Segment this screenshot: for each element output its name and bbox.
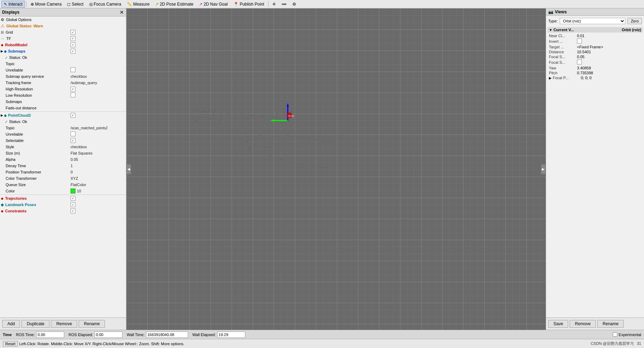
low-res-checkbox-cell[interactable] <box>69 93 125 98</box>
pointcloud2-checkbox-cell[interactable] <box>69 113 125 118</box>
collapse-left-arrow[interactable]: ◀ <box>126 164 131 175</box>
color-transformer-value: XYZ <box>69 176 125 180</box>
decay-time-row[interactable]: Decay Time 1 <box>0 163 126 169</box>
position-transformer-label: Position Transformer <box>5 170 69 174</box>
pointcloud2-checkbox[interactable] <box>71 113 75 118</box>
nav-goal-icon: ↗ <box>199 2 203 7</box>
submaps-arrow-icon[interactable]: ▶ <box>1 49 3 53</box>
rename-display-button[interactable]: Rename <box>79 320 105 328</box>
pointcloud2-row[interactable]: ▶ ◆ PointCloud2 <box>0 112 126 118</box>
current-view-type: Orbit (rviz) <box>622 28 641 32</box>
ros-time-input[interactable] <box>36 332 64 338</box>
constraints-checkbox[interactable] <box>71 209 75 213</box>
nav-goal-button[interactable]: ↗ 2D Nav Goal <box>197 1 230 8</box>
submaps-unreliable-checkbox-cell[interactable] <box>69 67 125 73</box>
selectable-checkbox[interactable] <box>71 138 75 143</box>
submaps-checkbox-cell[interactable] <box>69 49 125 54</box>
global-options-row[interactable]: ⚙ Global Options <box>0 16 126 23</box>
alpha-row[interactable]: Alpha 0.05 <box>0 156 126 163</box>
focus-camera-button[interactable]: ◎ Focus Camera <box>87 1 124 8</box>
grid-checkbox[interactable] <box>71 30 75 35</box>
color-transformer-row[interactable]: Color Transformer XYZ <box>0 175 126 182</box>
focal-s2-checkbox[interactable] <box>577 60 582 64</box>
color-row[interactable]: Color 10 <box>0 188 126 194</box>
selectable-row[interactable]: Selectable <box>0 137 126 144</box>
remove-view-button[interactable]: Remove <box>570 320 596 328</box>
experimental-checkbox[interactable] <box>613 332 617 337</box>
svg-point-26 <box>280 158 281 160</box>
high-res-checkbox-cell[interactable] <box>69 87 125 91</box>
low-res-checkbox[interactable] <box>71 93 75 97</box>
tracking-frame-row[interactable]: Tracking frame /submap_query <box>0 80 126 86</box>
submaps-sub-row[interactable]: Submaps <box>0 98 126 105</box>
submaps-unreliable-row[interactable]: Unreliable <box>0 67 126 73</box>
toolbar-cross-icon[interactable]: ✛ <box>270 1 278 8</box>
trajectories-checkbox[interactable] <box>71 196 75 201</box>
displays-close-button[interactable]: ✕ <box>120 9 124 15</box>
size-row[interactable]: Size (m) Flat Squares <box>0 150 126 156</box>
global-status-row[interactable]: ⚠ Global Status: Warn <box>0 23 126 29</box>
add-display-button[interactable]: Add <box>2 320 20 328</box>
landmark-poses-checkbox[interactable] <box>71 202 75 207</box>
submaps-checkbox[interactable] <box>71 49 75 54</box>
views-type-select[interactable]: Orbit (rviz) <box>560 18 625 24</box>
views-zero-button[interactable]: Zero <box>628 18 642 24</box>
toolbar-settings-icon[interactable]: ⚙ <box>290 1 299 8</box>
high-res-row[interactable]: High Resolution <box>0 86 126 92</box>
wall-time-input[interactable] <box>146 332 188 338</box>
trajectories-checkbox-cell[interactable] <box>69 196 125 201</box>
robotmodel-row[interactable]: ● RobotModel <box>0 42 126 48</box>
displays-content[interactable]: ⚙ Global Options ⚠ Global Status: Warn ⊞… <box>0 16 126 318</box>
submaps-row[interactable]: ▶ ◆ Submaps <box>0 48 126 54</box>
constraints-checkbox-cell[interactable] <box>69 209 125 213</box>
submaps-topic-row[interactable]: Topic <box>0 61 126 67</box>
color-value-cell[interactable]: 10 <box>69 189 125 193</box>
tf-checkbox-cell[interactable] <box>69 36 125 41</box>
save-view-button[interactable]: Save <box>548 320 568 328</box>
pc2-topic-row[interactable]: Topic /scan_matched_points2 <box>0 125 126 131</box>
selectable-checkbox-cell[interactable] <box>69 138 125 143</box>
pose-estimate-button[interactable]: ↗ 2D Pose Estimate <box>153 1 196 8</box>
status-hint: Left-Click: Rotate. Middle-Click: Move X… <box>19 342 185 346</box>
high-res-checkbox[interactable] <box>71 87 75 91</box>
submap-query-row[interactable]: Submap query service checkbox <box>0 73 126 80</box>
select-button[interactable]: ◻ Select <box>65 1 86 8</box>
low-res-row[interactable]: Low Resolution <box>0 92 126 98</box>
interact-button[interactable]: ↖ Interact <box>1 1 25 8</box>
wall-elapsed-input[interactable] <box>217 332 245 338</box>
tf-checkbox[interactable] <box>71 36 75 41</box>
pc2-unreliable-row[interactable]: Unreliable <box>0 131 126 137</box>
color-swatch[interactable] <box>71 189 75 193</box>
position-transformer-row[interactable]: Position Transformer 0 <box>0 169 126 175</box>
pc2-unreliable-checkbox[interactable] <box>71 131 75 136</box>
pc2-unreliable-checkbox-cell[interactable] <box>69 131 125 137</box>
pointcloud2-arrow-icon[interactable]: ▶ <box>1 114 3 117</box>
queue-size-row[interactable]: Queue Size FlatColor <box>0 182 126 188</box>
3d-viewport[interactable]: (0,0) ◀ ▶ <box>126 8 546 330</box>
grid-row[interactable]: ⊞ Grid <box>0 29 126 35</box>
focal-p-expand-icon[interactable]: ▶ <box>549 76 552 80</box>
measure-button[interactable]: 📏 Measure <box>124 1 152 8</box>
submaps-unreliable-checkbox[interactable] <box>71 67 75 72</box>
landmark-poses-checkbox-cell[interactable] <box>69 202 125 207</box>
grid-checkbox-cell[interactable] <box>69 30 125 35</box>
move-camera-button[interactable]: ⊕ Move Camera <box>28 1 64 8</box>
ros-elapsed-input[interactable] <box>94 332 122 338</box>
invert-checkbox[interactable] <box>577 39 582 43</box>
collapse-right-arrow[interactable]: ▶ <box>541 164 546 175</box>
current-view-expand-icon[interactable]: ▼ <box>549 28 552 32</box>
trajectories-row[interactable]: ● Trajectories <box>0 195 126 202</box>
tf-row[interactable]: ↔ TF <box>0 35 126 42</box>
reset-button[interactable]: Reset <box>3 341 18 347</box>
landmark-poses-row[interactable]: ◆ Landmark Poses <box>0 202 126 208</box>
robotmodel-checkbox[interactable] <box>71 42 75 47</box>
publish-point-button[interactable]: 📍 Publish Point <box>231 1 267 8</box>
fade-out-row[interactable]: Fade-out distance <box>0 105 126 111</box>
remove-display-button[interactable]: Remove <box>51 320 77 328</box>
style-row[interactable]: Style checkbox <box>0 144 126 150</box>
robotmodel-checkbox-cell[interactable] <box>69 42 125 47</box>
duplicate-display-button[interactable]: Duplicate <box>21 320 49 328</box>
constraints-row[interactable]: ● Constraints <box>0 208 126 214</box>
toolbar-minus-icon[interactable]: ➖ <box>279 1 289 8</box>
rename-view-button[interactable]: Rename <box>597 320 624 328</box>
